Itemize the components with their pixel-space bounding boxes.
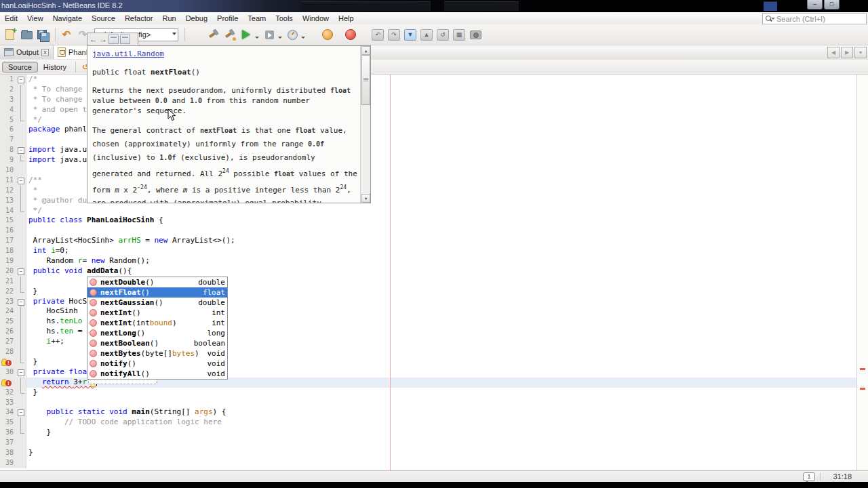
fold-marker[interactable] <box>16 317 26 327</box>
fold-marker[interactable] <box>16 206 26 216</box>
code-line[interactable]: 37 <box>0 438 868 448</box>
debug-project-button[interactable] <box>262 27 277 42</box>
fold-marker[interactable] <box>16 115 26 125</box>
undo-button[interactable]: ↶ <box>59 27 74 42</box>
code-line[interactable]: 35 // TODO code application logic here <box>0 418 868 428</box>
show-in-browser-icon[interactable] <box>108 35 119 44</box>
fold-marker[interactable] <box>16 277 26 287</box>
menu-refactor[interactable]: Refactor <box>120 14 158 23</box>
code-text[interactable]: Random r= new Random(); <box>26 256 868 266</box>
fold-marker[interactable]: − <box>16 75 26 85</box>
completion-item[interactable]: nextLong()long <box>87 328 227 338</box>
fold-marker[interactable]: − <box>16 297 26 307</box>
code-line[interactable]: 38} <box>0 448 868 458</box>
error-stripe-mark[interactable] <box>860 368 865 370</box>
error-stripe[interactable] <box>856 75 868 470</box>
code-text[interactable] <box>26 458 868 468</box>
run-project-button[interactable] <box>239 27 254 42</box>
menu-source[interactable]: Source <box>87 14 120 23</box>
code-text[interactable] <box>26 226 868 236</box>
code-line[interactable]: 32 } <box>0 388 868 398</box>
menu-help[interactable]: Help <box>334 14 359 23</box>
fold-marker[interactable] <box>16 378 26 388</box>
open-project-button[interactable] <box>19 27 34 42</box>
code-text[interactable]: public void addData(){ <box>26 266 868 277</box>
menu-edit[interactable]: Edit <box>0 14 22 23</box>
profiler-stop-button[interactable] <box>343 27 358 42</box>
close-tab-icon[interactable]: x <box>41 49 49 56</box>
fold-collapse-icon[interactable]: − <box>18 299 24 306</box>
fold-marker[interactable] <box>16 428 26 438</box>
scroll-tabs-right-button[interactable]: ▶ <box>841 47 853 58</box>
menu-profile[interactable]: Profile <box>212 14 243 23</box>
debug-project-dropdown-icon[interactable] <box>278 37 282 39</box>
completion-item[interactable]: nextDouble()double <box>87 277 227 287</box>
fold-collapse-icon[interactable]: − <box>18 409 24 416</box>
copy-to-clipboard-icon[interactable] <box>120 35 130 44</box>
completion-item[interactable]: nextFloat()float <box>87 287 227 298</box>
code-line[interactable]: 19 Random r= new Random(); <box>0 256 868 266</box>
profiler-reset-results-button[interactable]: ↺ <box>435 27 450 42</box>
fold-marker[interactable] <box>16 347 26 357</box>
javadoc-scrollbar[interactable]: ▲ ▼ <box>360 46 370 203</box>
completion-item[interactable]: nextGaussian()double <box>87 298 227 308</box>
profile-project-button[interactable] <box>285 27 300 42</box>
javadoc-class-link[interactable]: java.util.Random <box>92 49 164 58</box>
code-text[interactable]: int i=0; <box>26 246 868 256</box>
code-line[interactable]: 36 } <box>0 428 868 438</box>
fold-marker[interactable] <box>16 105 26 115</box>
error-badge[interactable]: ! <box>5 380 12 386</box>
scrollbar-thumb[interactable] <box>361 55 370 105</box>
fold-collapse-icon[interactable]: − <box>18 268 24 275</box>
fold-marker[interactable]: − <box>16 407 26 418</box>
profile-project-dropdown-icon[interactable] <box>301 37 305 39</box>
fold-marker[interactable] <box>16 287 26 297</box>
fold-collapse-icon[interactable]: − <box>18 178 24 184</box>
profiler-dump-button[interactable]: ▲ <box>419 27 434 42</box>
fold-marker[interactable] <box>16 85 26 95</box>
menu-run[interactable]: Run <box>157 14 180 23</box>
completion-item[interactable]: notify()void <box>87 359 227 369</box>
fold-marker[interactable] <box>16 418 26 428</box>
combobox-dropdown-icon[interactable] <box>172 33 176 35</box>
code-line[interactable]: 18 int i=0; <box>0 246 868 256</box>
code-line[interactable]: 16 <box>0 226 868 236</box>
code-text[interactable]: public class PhanLoaiHocSinh { <box>26 216 868 226</box>
fold-marker[interactable] <box>16 327 26 337</box>
maximize-button[interactable]: □ <box>824 0 840 9</box>
code-line[interactable]: 17 ArrayList<HocSinh> arrHS = new ArrayL… <box>0 236 868 246</box>
code-line[interactable]: 34− public static void main(String[] arg… <box>0 407 868 418</box>
fold-marker[interactable] <box>16 388 26 398</box>
fold-marker[interactable] <box>16 337 26 347</box>
scroll-down-icon[interactable]: ▼ <box>361 194 370 203</box>
fold-marker[interactable] <box>16 186 26 196</box>
menu-team[interactable]: Team <box>243 14 271 23</box>
code-text[interactable] <box>26 398 868 408</box>
code-line[interactable]: 14 */ <box>0 206 868 216</box>
run-project-dropdown-icon[interactable] <box>255 37 259 39</box>
completion-item[interactable]: nextInt()int <box>87 308 227 318</box>
code-line[interactable]: 15public class PhanLoaiHocSinh { <box>0 216 868 226</box>
completion-item[interactable]: nextBytes(byte[] bytes)void <box>87 348 227 359</box>
tab-output[interactable]: Output x <box>0 45 54 59</box>
history-view-button[interactable]: History <box>38 62 72 72</box>
scroll-up-icon[interactable]: ▲ <box>361 46 370 55</box>
fold-marker[interactable]: − <box>16 266 26 277</box>
profiler-rollback-button[interactable]: ↶ <box>370 27 385 42</box>
menu-navigate[interactable]: Navigate <box>48 14 87 23</box>
code-text[interactable]: // TODO code application logic here <box>26 418 868 428</box>
search-input[interactable]: Search (Ctrl+I) <box>762 13 867 24</box>
clean-build-project-button[interactable] <box>222 27 237 42</box>
minimize-button[interactable]: – <box>807 0 823 9</box>
build-project-button[interactable] <box>206 27 221 42</box>
menu-debug[interactable]: Debug <box>181 14 212 23</box>
source-view-button[interactable]: Source <box>2 62 38 73</box>
javadoc-back-icon[interactable]: ← <box>90 35 98 43</box>
fold-collapse-icon[interactable]: − <box>18 147 24 154</box>
completion-item[interactable]: nextBoolean()boolean <box>87 338 227 348</box>
javadoc-forward-icon[interactable]: → <box>99 35 107 43</box>
code-line[interactable]: 20− public void addData(){ <box>0 266 868 277</box>
fold-marker[interactable]: − <box>16 367 26 378</box>
fold-marker[interactable]: − <box>16 176 26 186</box>
profiler-threads-button[interactable]: ▦ <box>452 27 467 42</box>
